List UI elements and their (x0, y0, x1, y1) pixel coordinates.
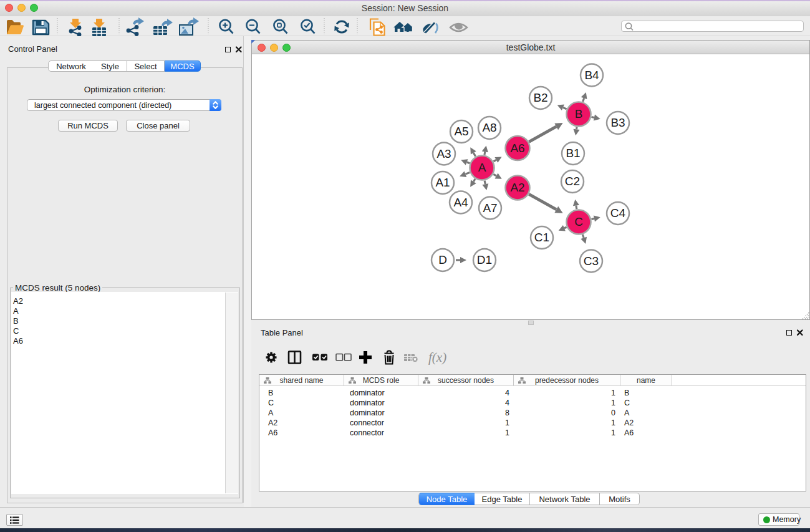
svg-text:C3: C3 (584, 254, 599, 268)
svg-text:C2: C2 (565, 175, 580, 188)
svg-text:B4: B4 (584, 69, 599, 82)
svg-text:D1: D1 (477, 253, 492, 266)
svg-text:A3: A3 (436, 147, 451, 160)
svg-text:A4: A4 (453, 196, 468, 209)
svg-text:C1: C1 (534, 231, 549, 244)
svg-text:A2: A2 (510, 181, 524, 194)
svg-text:A: A (478, 161, 486, 174)
svg-text:B2: B2 (533, 91, 547, 104)
svg-text:A7: A7 (483, 201, 497, 215)
svg-text:C4: C4 (610, 206, 626, 220)
svg-text:C: C (574, 215, 583, 228)
svg-text:D: D (438, 253, 447, 266)
svg-text:A1: A1 (435, 176, 450, 189)
svg-text:B3: B3 (610, 116, 625, 129)
svg-text:B: B (575, 107, 583, 120)
svg-text:B1: B1 (566, 147, 580, 160)
svg-text:f(x): f(x) (428, 350, 446, 365)
svg-text:A8: A8 (482, 121, 496, 134)
svg-text:A6: A6 (510, 142, 524, 155)
svg-text:A5: A5 (454, 125, 468, 138)
